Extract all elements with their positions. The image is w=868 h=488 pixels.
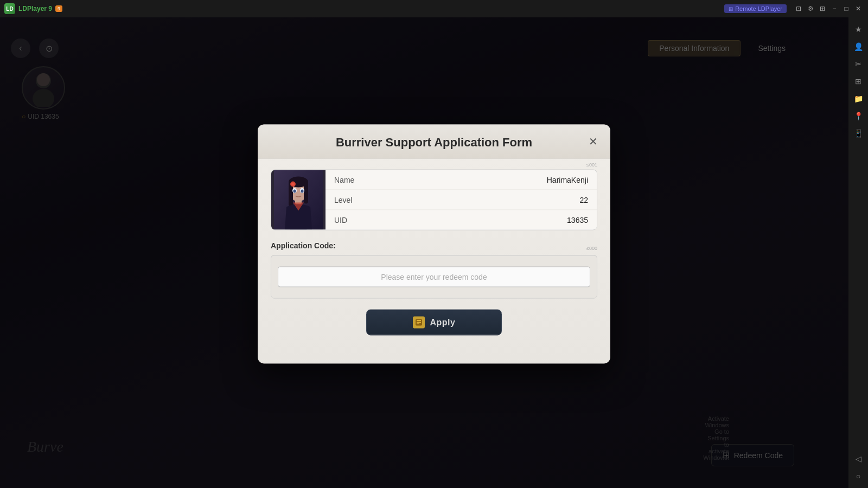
svg-rect-17 bbox=[417, 320, 421, 322]
icon-btn-3[interactable]: ⊞ bbox=[817, 3, 828, 14]
top-bar-right: ⊞ Remote LDPlayer ⊡ ⚙ ⊞ − □ ✕ bbox=[724, 3, 864, 14]
icon-btn-2[interactable]: ⚙ bbox=[805, 3, 816, 14]
app-title: LDPlayer 9 bbox=[18, 5, 52, 12]
apply-label: Apply bbox=[430, 318, 456, 328]
application-code-section: Application Code: ≤000 bbox=[271, 241, 597, 299]
icon-btn-1[interactable]: ⊡ bbox=[793, 3, 804, 14]
close-icon: ✕ bbox=[589, 135, 598, 148]
name-value: HarimaKenji bbox=[547, 176, 588, 184]
name-label: Name bbox=[334, 176, 378, 184]
user-info-wrapper: ≤001 bbox=[271, 170, 597, 230]
window-controls: ⊡ ⚙ ⊞ − □ ✕ bbox=[793, 3, 864, 14]
apply-icon bbox=[413, 317, 425, 329]
sidebar-icon-circle[interactable]: ○ bbox=[851, 468, 866, 484]
uid-value: 13635 bbox=[567, 216, 588, 224]
user-avatar-box bbox=[271, 170, 326, 230]
sidebar-icon-folder[interactable]: 📁 bbox=[851, 91, 866, 106]
apply-button[interactable]: Apply bbox=[366, 310, 502, 336]
dialog-close-button[interactable]: ✕ bbox=[584, 133, 602, 150]
sidebar-icon-star[interactable]: ★ bbox=[851, 22, 866, 37]
level-label: Level bbox=[334, 196, 378, 204]
dialog-header: Burriver Support Application Form ✕ bbox=[258, 125, 610, 159]
sidebar-icon-phone[interactable]: 📱 bbox=[851, 126, 866, 141]
top-bar-left: LD LDPlayer 9 9 bbox=[4, 3, 62, 14]
uid-label: UID bbox=[334, 216, 378, 224]
name-row: Name HarimaKenji bbox=[326, 170, 597, 190]
level-value: 22 bbox=[579, 196, 588, 204]
remote-icon: ⊞ bbox=[729, 6, 733, 12]
right-sidebar: ★ 👤 ✂ ⊞ 📁 📍 📱 ◁ ○ bbox=[848, 17, 868, 488]
sidebar-icon-person[interactable]: 👤 bbox=[851, 39, 866, 54]
svg-point-13 bbox=[301, 190, 304, 193]
close-button[interactable]: ✕ bbox=[853, 3, 864, 14]
code-label-row: Application Code: ≤000 bbox=[271, 241, 597, 255]
counter-label-1: ≤001 bbox=[586, 162, 597, 168]
user-info-section: Name HarimaKenji Level 22 UID 13635 bbox=[271, 170, 597, 230]
dialog: Burriver Support Application Form ✕ ≤001 bbox=[258, 125, 610, 364]
apply-icon-svg bbox=[415, 319, 423, 326]
redeem-code-input[interactable] bbox=[278, 267, 590, 287]
svg-point-15 bbox=[291, 183, 295, 186]
sidebar-icon-cut[interactable]: ✂ bbox=[851, 56, 866, 72]
dialog-body: ≤001 bbox=[258, 159, 610, 346]
uid-row: UID 13635 bbox=[326, 210, 597, 230]
ldplayer-logo-icon: LD bbox=[4, 3, 15, 14]
dialog-title: Burriver Support Application Form bbox=[336, 136, 532, 150]
app-version: 9 bbox=[55, 5, 62, 12]
level-row: Level 22 bbox=[326, 190, 597, 210]
svg-point-12 bbox=[293, 190, 296, 193]
sidebar-icon-grid[interactable]: ⊞ bbox=[851, 74, 866, 89]
maximize-button[interactable]: □ bbox=[841, 3, 852, 14]
svg-rect-18 bbox=[417, 322, 421, 323]
svg-rect-19 bbox=[417, 324, 419, 325]
svg-rect-9 bbox=[304, 182, 308, 204]
character-detail-svg bbox=[274, 170, 323, 230]
apply-button-wrap: Apply bbox=[271, 310, 597, 336]
sidebar-icon-expand[interactable]: ◁ bbox=[851, 451, 866, 466]
counter-label-2: ≤000 bbox=[586, 246, 597, 251]
sidebar-icon-location[interactable]: 📍 bbox=[851, 108, 866, 124]
user-details: Name HarimaKenji Level 22 UID 13635 bbox=[326, 170, 597, 230]
remote-label: Remote LDPlayer bbox=[735, 5, 782, 12]
remote-ldplayer-button[interactable]: ⊞ Remote LDPlayer bbox=[724, 4, 787, 13]
minimize-button[interactable]: − bbox=[829, 3, 840, 14]
top-bar: LD LDPlayer 9 9 ⊞ Remote LDPlayer ⊡ ⚙ ⊞ … bbox=[0, 0, 868, 17]
app-code-label: Application Code: bbox=[271, 241, 336, 250]
code-input-wrapper bbox=[271, 255, 597, 299]
